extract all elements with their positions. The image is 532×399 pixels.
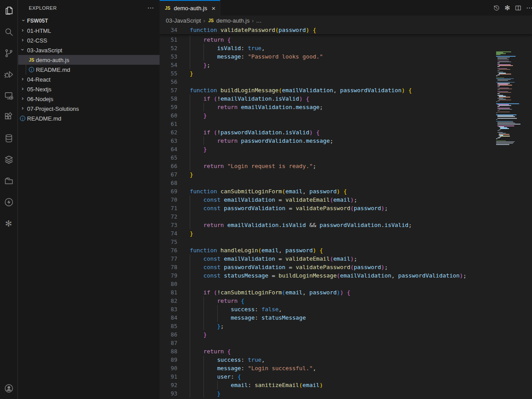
tree-folder-04-react[interactable]: ›04-React bbox=[18, 74, 160, 84]
indent-guide bbox=[190, 372, 190, 381]
code-line-74[interactable]: 74} bbox=[160, 229, 532, 238]
minimap[interactable] bbox=[496, 51, 531, 149]
database-icon[interactable] bbox=[0, 128, 18, 149]
tab-demo-auth-js[interactable]: JS demo-auth.js × bbox=[160, 0, 220, 16]
code-text: if (!canSubmitLoginForm(email, password)… bbox=[177, 289, 350, 296]
code-text: } bbox=[177, 146, 207, 153]
code-line-73[interactable]: 73 return emailValidation.isValid && pas… bbox=[160, 221, 532, 229]
code-line-84[interactable]: 84 message: statusMessage bbox=[160, 313, 532, 322]
code-line-92[interactable]: 92 email: sanitizeEmail(email) bbox=[160, 381, 532, 389]
code-line-75[interactable]: 75 bbox=[160, 238, 532, 246]
code-line-62[interactable]: 62 if (!passwordValidation.isValid) { bbox=[160, 128, 532, 137]
code-line-81[interactable]: 81 if (!canSubmitLoginForm(email, passwo… bbox=[160, 288, 532, 297]
code-line-79[interactable]: 79 const statusMessage = buildLoginMessa… bbox=[160, 271, 532, 280]
code-line-63[interactable]: 63 return passwordValidation.message; bbox=[160, 137, 532, 145]
indent-guide bbox=[190, 288, 190, 297]
code-line-88[interactable]: 88 return { bbox=[160, 347, 532, 356]
indent-guide bbox=[190, 145, 190, 153]
code-line-55[interactable]: 55} bbox=[160, 69, 532, 78]
code-line-66[interactable]: 66 return "Login request is ready."; bbox=[160, 162, 532, 170]
code-text: const emailValidation = validateEmail(em… bbox=[177, 255, 357, 262]
tab-label: demo-auth.js bbox=[174, 5, 207, 12]
code-line-76[interactable]: 76function handleLogin(email, password) … bbox=[160, 246, 532, 254]
extensions-icon[interactable] bbox=[0, 106, 18, 128]
code-line-61[interactable]: 61 bbox=[160, 120, 532, 128]
code-line-53[interactable]: 53 message: "Password looks good." bbox=[160, 52, 532, 61]
code-line-65[interactable]: 65 bbox=[160, 153, 532, 162]
code-text: return { bbox=[177, 297, 244, 304]
folder-icon[interactable] bbox=[0, 170, 18, 192]
code-line-52[interactable]: 52 isValid: true, bbox=[160, 44, 532, 52]
layers-icon[interactable] bbox=[0, 149, 18, 170]
tree-root-fsw05t[interactable]: ›FSW05T bbox=[18, 16, 160, 26]
tree-folder-01-html[interactable]: ›01-HTML bbox=[18, 26, 160, 35]
tree-file-readme-md[interactable]: iREADME.md bbox=[18, 65, 160, 74]
tree-folder-07-project-solutions[interactable]: ›07-Project-Solutions bbox=[18, 104, 160, 113]
more-actions-icon[interactable]: ⋯ bbox=[526, 4, 532, 11]
code-line-77[interactable]: 77 const emailValidation = validateEmail… bbox=[160, 254, 532, 263]
openai-action-icon[interactable]: ✻ bbox=[505, 4, 510, 11]
breadcrumb-item[interactable]: JSdemo-auth.js bbox=[207, 17, 250, 24]
code-line-58[interactable]: 58 if (!emailValidation.isValid) { bbox=[160, 94, 532, 103]
tree-folder-05-nextjs[interactable]: ›05-Nextjs bbox=[18, 84, 160, 94]
code-line-82[interactable]: 82 return { bbox=[160, 297, 532, 305]
code-line-86[interactable]: 86 } bbox=[160, 330, 532, 339]
source-control-icon[interactable] bbox=[0, 43, 18, 64]
timeline-history-icon[interactable] bbox=[493, 4, 500, 12]
indent-guide bbox=[190, 271, 190, 280]
code-area[interactable]: 34function validatePassword(password) { … bbox=[160, 25, 532, 399]
breadcrumb-item[interactable]: 03-JavaScript bbox=[166, 17, 201, 24]
account-icon[interactable] bbox=[0, 378, 18, 399]
minimap-line bbox=[497, 58, 507, 59]
code-line-71[interactable]: 71 const passwordValidation = validatePa… bbox=[160, 204, 532, 212]
tree-folder-02-css[interactable]: ›02-CSS bbox=[18, 35, 160, 45]
line-number: 91 bbox=[160, 373, 177, 380]
close-icon[interactable]: × bbox=[211, 4, 215, 12]
search-icon[interactable] bbox=[0, 21, 18, 43]
code-line-80[interactable]: 80 bbox=[160, 280, 532, 288]
code-line-85[interactable]: 85 }; bbox=[160, 322, 532, 330]
minimap-line bbox=[497, 118, 517, 119]
explorer-icon[interactable] bbox=[0, 0, 18, 21]
code-line-59[interactable]: 59 return emailValidation.message; bbox=[160, 103, 532, 111]
code-line-57[interactable]: 57function buildLoginMessage(emailValida… bbox=[160, 86, 532, 94]
run-debug-icon[interactable] bbox=[0, 64, 18, 85]
tree-folder-06-nodejs[interactable]: ›06-Nodejs bbox=[18, 94, 160, 104]
code-line-67[interactable]: 67} bbox=[160, 170, 532, 179]
minimap-line bbox=[499, 69, 510, 70]
code-line-70[interactable]: 70 const emailValidation = validateEmail… bbox=[160, 196, 532, 204]
code-line-89[interactable]: 89 success: true, bbox=[160, 356, 532, 364]
tree-file-readme-md[interactable]: iREADME.md bbox=[18, 113, 160, 123]
code-line-93[interactable]: 93 } bbox=[160, 389, 532, 398]
code-line-64[interactable]: 64 } bbox=[160, 145, 532, 153]
code-line-60[interactable]: 60 } bbox=[160, 111, 532, 120]
code-text: } bbox=[177, 331, 207, 338]
tree-file-demo-auth-js[interactable]: JSdemo-auth.js bbox=[18, 55, 160, 65]
code-line-68[interactable]: 68 bbox=[160, 179, 532, 187]
indent-guide bbox=[190, 313, 190, 322]
code-line-51[interactable]: 51 return { bbox=[160, 35, 532, 44]
code-text: const passwordValidation = validatePassw… bbox=[177, 205, 388, 211]
code-line-90[interactable]: 90 message: "Login successful.", bbox=[160, 364, 532, 372]
code-line-34[interactable]: 34function validatePassword(password) { bbox=[160, 25, 532, 34]
openai-icon[interactable]: ✻ bbox=[0, 213, 18, 234]
sticky-scroll-line[interactable]: 34function validatePassword(password) { bbox=[160, 25, 532, 34]
split-editor-icon[interactable] bbox=[515, 4, 522, 12]
code-line-72[interactable]: 72 bbox=[160, 212, 532, 221]
breadcrumb-item[interactable]: … bbox=[256, 17, 262, 24]
remote-explorer-icon[interactable] bbox=[0, 85, 18, 106]
explorer-more-icon[interactable]: ⋯ bbox=[147, 4, 154, 12]
minimap-line bbox=[496, 144, 509, 145]
code-line-83[interactable]: 83 success: false, bbox=[160, 305, 532, 313]
code-line-69[interactable]: 69function canSubmitLoginForm(email, pas… bbox=[160, 187, 532, 196]
code-text: return passwordValidation.message; bbox=[177, 137, 333, 144]
code-line-78[interactable]: 78 const passwordValidation = validatePa… bbox=[160, 263, 532, 271]
line-number: 85 bbox=[160, 323, 177, 329]
tree-folder-03-javascript[interactable]: ›03-JavaScript bbox=[18, 45, 160, 55]
thunder-client-icon[interactable] bbox=[0, 192, 18, 213]
code-line-91[interactable]: 91 user: { bbox=[160, 372, 532, 381]
code-line-87[interactable]: 87 bbox=[160, 339, 532, 347]
code-line-56[interactable]: 56 bbox=[160, 78, 532, 86]
minimap-line bbox=[497, 98, 503, 99]
code-line-54[interactable]: 54 }; bbox=[160, 61, 532, 69]
